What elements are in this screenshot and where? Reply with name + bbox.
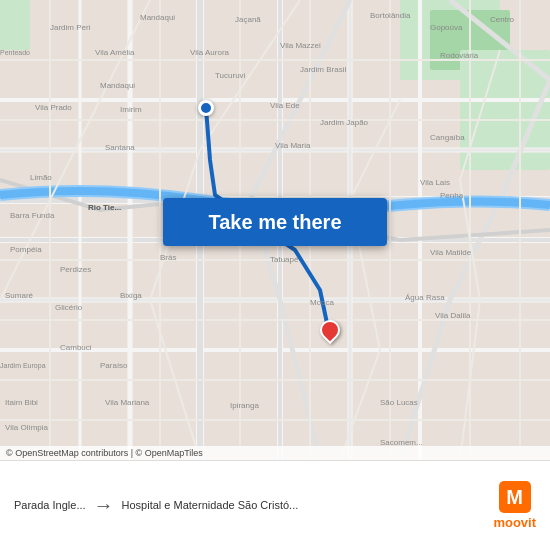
origin-marker (198, 100, 214, 116)
destination-pin-icon (316, 316, 344, 344)
svg-text:Brás: Brás (160, 253, 176, 262)
svg-text:Mooca: Mooca (310, 298, 335, 307)
svg-text:Jardim Brasil: Jardim Brasil (300, 65, 346, 74)
svg-text:Água Rasa: Água Rasa (405, 293, 445, 302)
svg-text:Santana: Santana (105, 143, 135, 152)
svg-text:Vila Dalila: Vila Dalila (435, 311, 471, 320)
svg-text:Tatuapé: Tatuapé (270, 255, 299, 264)
svg-text:Perdizes: Perdizes (60, 265, 91, 274)
svg-text:Vila Lais: Vila Lais (420, 178, 450, 187)
map-container: Jardim Peri Mandaqui Jaçanã Bortolândia … (0, 0, 550, 460)
svg-text:Gopoúva: Gopoúva (430, 23, 463, 32)
svg-text:Pompéia: Pompéia (10, 245, 42, 254)
svg-text:Jaçanã: Jaçanã (235, 15, 261, 24)
svg-text:Imirim: Imirim (120, 105, 142, 114)
svg-text:Glicério: Glicério (55, 303, 83, 312)
svg-text:Mandaqui: Mandaqui (100, 81, 135, 90)
svg-text:Vila Prado: Vila Prado (35, 103, 72, 112)
svg-text:Vila Mazzei: Vila Mazzei (280, 41, 321, 50)
svg-text:Barra Funda: Barra Funda (10, 211, 55, 220)
svg-text:Vila Mariana: Vila Mariana (105, 398, 150, 407)
route-to-label: Hospital e Maternidade São Cristó... (122, 499, 299, 512)
svg-text:Jardim Japão: Jardim Japão (320, 118, 369, 127)
bottom-bar: Parada Ingle... → Hospital e Maternidade… (0, 460, 550, 550)
svg-text:Centro: Centro (490, 15, 515, 24)
svg-text:São Lucas: São Lucas (380, 398, 418, 407)
svg-text:Bixiga: Bixiga (120, 291, 142, 300)
svg-text:Vila Matilde: Vila Matilde (430, 248, 472, 257)
svg-text:Cambuci: Cambuci (60, 343, 92, 352)
svg-text:Paraíso: Paraíso (100, 361, 128, 370)
moovit-branding: M moovit (493, 481, 536, 530)
route-info: Parada Ingle... → Hospital e Maternidade… (14, 494, 493, 517)
svg-text:Jardim Peri: Jardim Peri (50, 23, 91, 32)
svg-text:Cangaíba: Cangaíba (430, 133, 465, 142)
svg-text:Bortolândia: Bortolândia (370, 11, 411, 20)
route-arrow-icon: → (94, 494, 114, 517)
svg-text:Rodoviária: Rodoviária (440, 51, 479, 60)
svg-text:Vila Ede: Vila Ede (270, 101, 300, 110)
svg-text:Penha: Penha (440, 191, 464, 200)
svg-rect-4 (0, 0, 30, 50)
moovit-wordmark: moovit (493, 515, 536, 530)
moovit-logo-letter: M (506, 487, 523, 507)
svg-text:Itaim Bibi: Itaim Bibi (5, 398, 38, 407)
svg-text:Vila Olímpia: Vila Olímpia (5, 423, 49, 432)
svg-text:Mandaqui: Mandaqui (140, 13, 175, 22)
route-from-label: Parada Ingle... (14, 499, 86, 512)
svg-text:Vila Aurora: Vila Aurora (190, 48, 230, 57)
svg-text:Ipiranga: Ipiranga (230, 401, 259, 410)
take-me-there-button[interactable]: Take me there (163, 198, 387, 246)
svg-text:Penteado: Penteado (0, 49, 30, 56)
svg-text:Vila Maria: Vila Maria (275, 141, 311, 150)
moovit-logo-box: M (499, 481, 531, 513)
svg-text:Rio Tie...: Rio Tie... (88, 203, 121, 212)
svg-text:Limão: Limão (30, 173, 52, 182)
svg-text:Jardim Europa: Jardim Europa (0, 362, 46, 370)
destination-marker (320, 320, 340, 340)
svg-text:Tucuruvi: Tucuruvi (215, 71, 246, 80)
map-attribution: © OpenStreetMap contributors | © OpenMap… (0, 446, 550, 460)
svg-text:Sumaré: Sumaré (5, 291, 34, 300)
attribution-text: © OpenStreetMap contributors | © OpenMap… (6, 448, 203, 458)
svg-text:Vila Amélia: Vila Amélia (95, 48, 135, 57)
